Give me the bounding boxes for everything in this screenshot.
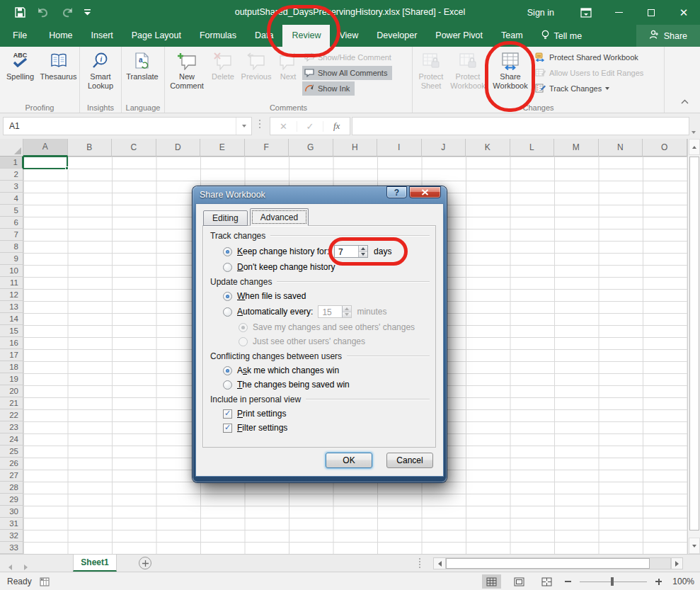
- protect-shared-workbook-button[interactable]: Protect Shared Workbook: [533, 50, 643, 64]
- column-header-M[interactable]: M: [554, 139, 599, 157]
- radio-dont-keep-history[interactable]: Don't keep change history: [223, 262, 430, 272]
- selected-cell-a1[interactable]: [23, 156, 68, 169]
- scroll-up-icon[interactable]: [689, 139, 700, 155]
- column-header-F[interactable]: F: [245, 139, 289, 157]
- row-header-1[interactable]: 1: [0, 157, 23, 169]
- formula-bar-expand-icon[interactable]: [692, 124, 696, 137]
- row-header-29[interactable]: 29: [0, 494, 23, 506]
- tab-view[interactable]: View: [330, 25, 367, 47]
- vertical-scroll-thumb[interactable]: [689, 157, 699, 531]
- tab-bar-grip[interactable]: [419, 558, 420, 568]
- formula-bar-grip[interactable]: [259, 120, 260, 128]
- tab-developer[interactable]: Developer: [367, 25, 426, 47]
- customize-qat-icon[interactable]: [84, 9, 91, 16]
- vertical-scrollbar[interactable]: [687, 139, 700, 554]
- dialog-close-icon[interactable]: [409, 186, 441, 198]
- scroll-down-icon[interactable]: [689, 538, 700, 554]
- tell-me-box[interactable]: Tell me: [532, 25, 591, 47]
- radio-when-file-saved[interactable]: When file is saved: [223, 291, 430, 301]
- maximize-icon[interactable]: [635, 0, 667, 25]
- spin-down-icon[interactable]: [359, 252, 367, 258]
- row-header-28[interactable]: 28: [0, 482, 23, 494]
- row-header-20[interactable]: 20: [0, 385, 23, 397]
- tab-team[interactable]: Team: [492, 25, 532, 47]
- row-header-30[interactable]: 30: [0, 506, 23, 518]
- close-icon[interactable]: ✕: [667, 0, 700, 25]
- ok-button[interactable]: OK: [326, 453, 372, 468]
- zoom-slider-handle[interactable]: [611, 577, 614, 586]
- row-header-14[interactable]: 14: [0, 313, 23, 325]
- track-changes-button[interactable]: Track Changes: [533, 81, 614, 96]
- insert-function-icon[interactable]: fx: [323, 120, 350, 132]
- tab-page-layout[interactable]: Page Layout: [122, 25, 190, 47]
- row-header-11[interactable]: 11: [0, 277, 23, 289]
- row-header-24[interactable]: 24: [0, 433, 23, 446]
- thesaurus-button[interactable]: Thesaurus: [39, 47, 78, 103]
- tab-power-pivot[interactable]: Power Pivot: [426, 25, 492, 47]
- tab-data[interactable]: Data: [246, 25, 282, 47]
- ribbon-display-options-icon[interactable]: [570, 0, 602, 25]
- smart-lookup-button[interactable]: i Smart Lookup: [81, 47, 120, 103]
- row-header-13[interactable]: 13: [0, 301, 23, 313]
- column-header-O[interactable]: O: [643, 139, 687, 157]
- name-box[interactable]: A1: [3, 117, 252, 135]
- row-header-26[interactable]: 26: [0, 458, 23, 470]
- column-header-B[interactable]: B: [68, 139, 113, 157]
- row-header-3[interactable]: 3: [0, 181, 23, 193]
- row-header-7[interactable]: 7: [0, 229, 23, 241]
- tab-insert[interactable]: Insert: [82, 25, 122, 47]
- name-box-dropdown-icon[interactable]: [236, 118, 251, 135]
- share-button[interactable]: Share: [636, 25, 700, 47]
- column-header-I[interactable]: I: [377, 139, 422, 157]
- checkbox-filter-settings[interactable]: Filter settings: [223, 423, 430, 433]
- show-ink-button[interactable]: Show Ink: [302, 81, 355, 96]
- share-workbook-button[interactable]: Share Workbook: [488, 47, 533, 103]
- column-header-L[interactable]: L: [510, 139, 555, 157]
- zoom-in-icon[interactable]: [655, 579, 662, 585]
- show-all-comments-button[interactable]: Show All Comments: [302, 66, 392, 80]
- row-header-23[interactable]: 23: [0, 421, 23, 433]
- checkbox-print-settings[interactable]: Print settings: [223, 409, 430, 419]
- tab-file[interactable]: File: [0, 25, 40, 47]
- radio-keep-change-history[interactable]: Keep change history for: 7 days: [223, 245, 430, 258]
- cancel-button[interactable]: Cancel: [386, 453, 433, 468]
- select-all-corner[interactable]: [0, 139, 23, 157]
- row-header-19[interactable]: 19: [0, 373, 23, 385]
- tab-review[interactable]: Review: [282, 25, 330, 47]
- column-header-G[interactable]: G: [289, 139, 333, 157]
- collapse-ribbon-icon[interactable]: [681, 94, 689, 107]
- spin-up-icon[interactable]: [359, 246, 367, 252]
- row-header-4[interactable]: 4: [0, 193, 23, 205]
- column-header-E[interactable]: E: [200, 139, 245, 157]
- radio-changes-saved-win[interactable]: The changes being saved win: [223, 380, 430, 390]
- view-normal-icon[interactable]: [482, 574, 501, 589]
- column-header-D[interactable]: D: [156, 139, 201, 157]
- row-header-21[interactable]: 21: [0, 397, 23, 409]
- row-header-25[interactable]: 25: [0, 446, 23, 458]
- horizontal-scroll-thumb[interactable]: [446, 558, 650, 569]
- row-header-15[interactable]: 15: [0, 325, 23, 337]
- fill-handle[interactable]: [65, 166, 69, 170]
- row-header-16[interactable]: 16: [0, 337, 23, 349]
- scroll-left-icon[interactable]: [434, 558, 446, 569]
- days-value[interactable]: 7: [335, 246, 358, 257]
- zoom-slider[interactable]: [580, 582, 647, 582]
- translate-button[interactable]: a Translate: [123, 47, 161, 103]
- column-header-N[interactable]: N: [599, 139, 643, 157]
- add-sheet-icon[interactable]: [139, 557, 151, 569]
- tab-formulas[interactable]: Formulas: [190, 25, 246, 47]
- view-page-layout-icon[interactable]: [510, 574, 529, 589]
- save-icon[interactable]: [14, 6, 26, 18]
- new-comment-button[interactable]: New Comment: [166, 47, 207, 103]
- row-header-32[interactable]: 32: [0, 530, 23, 542]
- row-header-18[interactable]: 18: [0, 361, 23, 373]
- sign-in-button[interactable]: Sign in: [512, 8, 570, 18]
- minimize-icon[interactable]: [602, 0, 635, 25]
- row-header-22[interactable]: 22: [0, 409, 23, 421]
- row-header-6[interactable]: 6: [0, 217, 23, 229]
- days-spinner[interactable]: 7: [334, 245, 368, 258]
- row-header-9[interactable]: 9: [0, 253, 23, 265]
- zoom-level[interactable]: 100%: [670, 577, 694, 586]
- row-header-5[interactable]: 5: [0, 205, 23, 217]
- scroll-right-icon[interactable]: [671, 557, 683, 569]
